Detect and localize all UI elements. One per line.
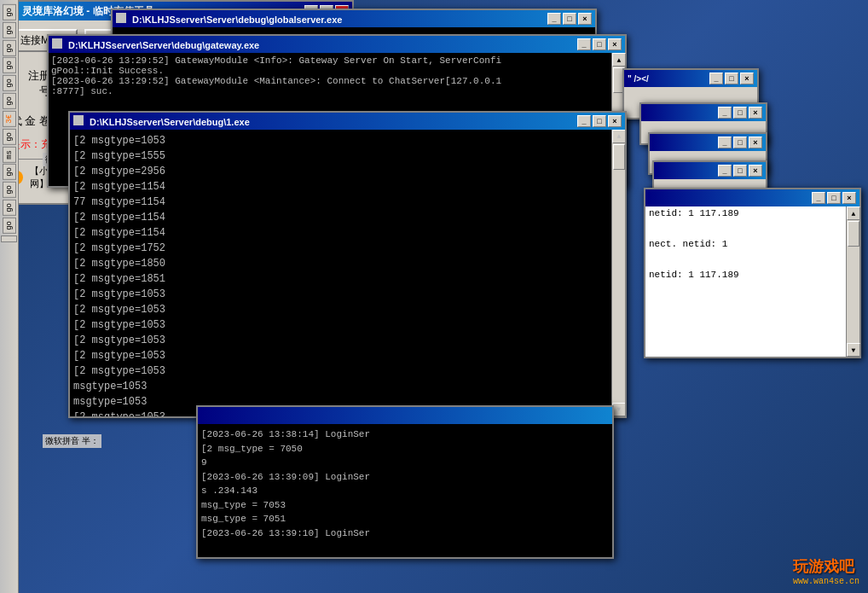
taskbar-item-2[interactable]: go — [3, 22, 16, 38]
1exe-scroll-down[interactable]: ▼ — [612, 403, 625, 416]
gateway-titlebar[interactable]: D:\KLHJSserver\Server\debug\gateway.exe … — [49, 36, 625, 53]
gateway-icon — [52, 38, 62, 49]
small1-controls[interactable]: _ □ × — [709, 73, 754, 84]
1exe-scroll-thumb[interactable] — [613, 144, 625, 170]
1exe-line-11: [2 msgtype=1053 — [73, 287, 622, 302]
small2-maximize[interactable]: □ — [733, 107, 747, 119]
login-line-2: [2 msg_type = 7050 — [201, 442, 609, 456]
taskbar-item-8[interactable]: go — [3, 129, 16, 145]
1exe-maximize[interactable]: □ — [593, 115, 606, 127]
right-scroll-down[interactable]: ▼ — [847, 343, 860, 357]
small4-minimize[interactable]: _ — [718, 165, 732, 177]
taskbar-item-3[interactable]: go — [3, 40, 16, 56]
small1-maximize[interactable]: □ — [725, 73, 738, 84]
1exe-line-16: [2 msgtype=1053 — [73, 363, 622, 379]
1exe-title: D:\KLHJSserver\Server\debug\1.exe — [90, 117, 250, 127]
small3-close[interactable]: × — [749, 137, 762, 148]
right-maximize[interactable]: □ — [827, 192, 841, 204]
window-right-terminal: _ □ × netid: 1 117.189 nect. netid: 1 ne… — [644, 188, 861, 358]
right-line-4: nect. netid: 1 — [649, 239, 856, 249]
right-terminal-controls[interactable]: _ □ × — [812, 192, 856, 204]
right-scrollbar[interactable]: ▲ ▼ — [846, 206, 859, 357]
small3-controls[interactable]: _ □ × — [718, 137, 762, 148]
small1-minimize[interactable]: _ — [709, 73, 723, 84]
small4-maximize[interactable]: □ — [733, 165, 747, 177]
login-line-5: s .234.143 — [201, 484, 609, 498]
globalserver-titlebar[interactable]: D:\KLHJSserver\Server\debug\globalserver… — [113, 10, 595, 27]
right-line-7: netid: 1 117.189 — [649, 270, 856, 280]
globalserver-maximize[interactable]: □ — [563, 13, 576, 25]
login-line-3: 9 — [201, 456, 609, 470]
right-line-3 — [649, 229, 856, 239]
taskbar-item-4[interactable]: go — [3, 57, 16, 73]
small3-titlebar[interactable]: _ □ × — [650, 134, 766, 151]
small2-titlebar[interactable]: _ □ × — [641, 104, 766, 121]
small2-controls[interactable]: _ □ × — [718, 107, 762, 119]
right-scroll-thumb[interactable] — [848, 221, 859, 247]
small4-controls[interactable]: _ □ × — [718, 165, 762, 177]
small4-close[interactable]: × — [749, 165, 762, 177]
gateway-close[interactable]: × — [608, 38, 622, 50]
login-titlebar[interactable] — [198, 407, 612, 424]
globalserver-icon — [116, 13, 126, 23]
1exe-line-10: [2 msgtype=1851 — [73, 271, 622, 287]
right-scroll-up[interactable]: ▲ — [847, 206, 860, 220]
globalserver-close[interactable]: × — [578, 13, 592, 25]
right-minimize[interactable]: _ — [812, 192, 825, 204]
taskbar-left: go go go go go go 3€ go ms go go go go 微 — [0, 0, 19, 593]
1exe-line-13: [2 msgtype=1053 — [73, 317, 622, 333]
1exe-titlebar[interactable]: D:\KLHJSserver\Server\debug\1.exe _ □ × — [70, 113, 625, 130]
ime-indicator-4: 微软拼音 半： — [43, 434, 101, 448]
1exe-close[interactable]: × — [608, 115, 622, 127]
gateway-line-4: :8777] suc. — [51, 86, 622, 96]
taskbar-item-7[interactable]: 3€ — [3, 111, 16, 127]
taskbar-item-9[interactable]: ms — [3, 147, 16, 163]
taskbar-item-12[interactable]: go — [3, 200, 16, 216]
small4-titlebar[interactable]: _ □ × — [654, 162, 766, 179]
taskbar-item-14[interactable]: 微 — [1, 235, 17, 242]
gateway-minimize[interactable]: _ — [577, 38, 591, 50]
window-login: [2023-06-26 13:38:14] LoginSer [2 msg_ty… — [196, 405, 614, 559]
small3-minimize[interactable]: _ — [718, 137, 732, 148]
1exe-line-2: [2 msgtype=1555 — [73, 148, 622, 164]
gateway-maximize[interactable]: □ — [593, 38, 606, 50]
1exe-line-9: [2 msgtype=1850 — [73, 256, 622, 271]
1exe-line-1: [2 msgtype=1053 — [73, 133, 622, 148]
right-terminal-titlebar[interactable]: _ □ × — [645, 189, 859, 206]
small2-close[interactable]: × — [749, 107, 762, 119]
right-close[interactable]: × — [842, 192, 856, 204]
taskbar-item-13[interactable]: go — [3, 218, 16, 234]
1exe-line-14: [2 msgtype=1053 — [73, 333, 622, 348]
small1-title: " /></ — [628, 74, 649, 84]
taskbar-item-6[interactable]: go — [3, 93, 16, 109]
1exe-line-3: [2 msgtype=2956 — [73, 164, 622, 179]
1exe-scrollbar[interactable]: ▲ ▼ — [611, 130, 625, 416]
1exe-controls[interactable]: _ □ × — [577, 115, 622, 127]
taskbar-item-11[interactable]: go — [3, 182, 16, 198]
right-line-1: netid: 1 117.189 — [649, 208, 856, 218]
gateway-controls[interactable]: _ □ × — [577, 38, 622, 50]
1exe-line-6: [2 msgtype=1154 — [73, 210, 622, 225]
gateway-title: D:\KLHJSserver\Server\debug\gateway.exe — [68, 40, 259, 50]
watermark-url: www.wan4se.cn — [793, 577, 859, 586]
login-line-1: [2023-06-26 13:38:14] LoginSer — [201, 427, 609, 442]
small2-minimize[interactable]: _ — [718, 107, 732, 119]
1exe-icon — [73, 115, 84, 125]
small1-titlebar[interactable]: " /></ _ □ × — [624, 70, 757, 87]
scroll-up[interactable]: ▲ — [612, 53, 626, 67]
1exe-scroll-up[interactable]: ▲ — [612, 130, 625, 143]
small1-close[interactable]: × — [740, 73, 754, 84]
taskbar-item-1[interactable]: go — [3, 4, 16, 20]
small3-maximize[interactable]: □ — [733, 137, 747, 148]
1exe-line-7: [2 msgtype=1154 — [73, 225, 622, 241]
taskbar-item-5[interactable]: go — [3, 75, 16, 91]
1exe-minimize[interactable]: _ — [577, 115, 591, 127]
gateway-line-1: [2023-06-26 13:29:52] GatewayModule <Inf… — [51, 55, 622, 66]
taskbar-item-10[interactable]: go — [3, 164, 16, 180]
1exe-line-15: [2 msgtype=1053 — [73, 348, 622, 363]
gateway-line-2: gPool::Init Success. — [51, 66, 622, 76]
globalserver-minimize[interactable]: _ — [547, 13, 561, 25]
right-line-2 — [649, 218, 856, 229]
globalserver-controls[interactable]: _ □ × — [547, 13, 592, 25]
1exe-line-17: msgtype=1053 — [73, 379, 622, 394]
